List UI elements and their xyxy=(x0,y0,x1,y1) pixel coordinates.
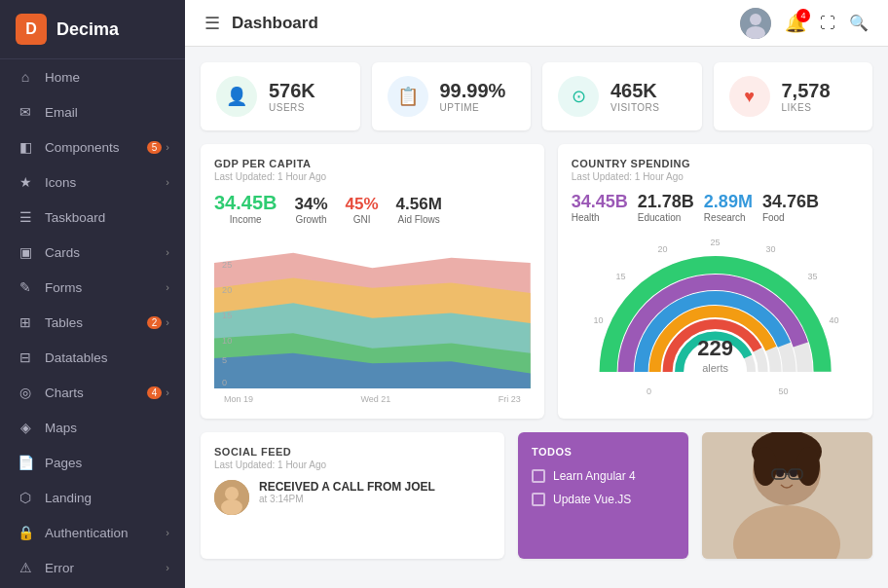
visitors-icon: ⊙ xyxy=(558,76,599,117)
likes-icon: ♥ xyxy=(729,76,770,117)
gni-label: GNI xyxy=(346,214,379,225)
likes-label: LIKES xyxy=(782,102,831,113)
users-label: USERS xyxy=(269,102,315,113)
visitors-label: VISITORS xyxy=(610,102,660,113)
gdp-aid: 4.56M Aid Flows xyxy=(396,195,442,225)
chevron-icon: › xyxy=(166,281,169,293)
social-title: SOCIAL FEED xyxy=(214,446,491,458)
svg-text:50: 50 xyxy=(778,386,788,396)
feed-item-title: RECEIVED A CALL FROM JOEL xyxy=(259,480,435,494)
research-stat: 2.89M Research xyxy=(704,192,753,223)
svg-point-36 xyxy=(776,469,784,477)
stat-likes: ♥ 7,578 LIKES xyxy=(714,62,873,130)
sidebar-label-icons: Icons xyxy=(45,175,166,190)
visitors-info: 465K VISITORS xyxy=(610,80,660,113)
sidebar-label-datatables: Datatables xyxy=(45,350,169,365)
sidebar-item-taskboard[interactable]: ☰ Taskboard xyxy=(0,200,185,235)
users-icon: 👤 xyxy=(216,76,257,117)
sidebar-item-maps[interactable]: ◈ Maps xyxy=(0,410,185,445)
charts-icon: ◎ xyxy=(16,385,35,400)
fullscreen-button[interactable]: ⛶ xyxy=(820,15,835,32)
svg-text:35: 35 xyxy=(807,272,817,281)
notification-bell[interactable]: 🔔 4 xyxy=(785,13,806,34)
uptime-label: UPTIME xyxy=(440,102,506,113)
gdp-stats: 34.45B Income 34% Growth 45% GNI 4.56M A… xyxy=(214,192,531,225)
auth-icon: 🔒 xyxy=(16,525,35,540)
sidebar-item-datatables[interactable]: ⊟ Datatables xyxy=(0,340,185,375)
components-badge: 5 xyxy=(147,141,163,154)
sidebar-label-forms: Forms xyxy=(45,280,166,295)
likes-value: 7,578 xyxy=(782,80,831,102)
svg-point-34 xyxy=(754,447,777,486)
svg-point-35 xyxy=(796,447,820,486)
edu-value: 21.78B xyxy=(638,192,694,212)
sidebar-item-charts[interactable]: ◎ Charts 4 › xyxy=(0,375,185,410)
gdp-income: 34.45B Income xyxy=(214,192,278,225)
svg-text:0: 0 xyxy=(222,378,227,387)
gdp-x-labels: Mon 19 Wed 21 Fri 23 xyxy=(214,392,531,404)
chevron-icon: › xyxy=(166,316,169,328)
user-avatar[interactable] xyxy=(740,8,771,39)
gdp-area-chart: 25 20 15 10 5 0 xyxy=(214,233,531,388)
country-stats: 34.45B Health 21.78B Education 2.89M Res… xyxy=(572,192,859,223)
sidebar-logo: D Decima xyxy=(0,0,185,59)
sidebar-item-authentication[interactable]: 🔒 Authentication › xyxy=(0,515,185,550)
sidebar-item-cards[interactable]: ▣ Cards › xyxy=(0,235,185,270)
header: ☰ Dashboard 🔔 4 ⛶ 🔍 xyxy=(185,0,888,47)
stat-users: 👤 576K USERS xyxy=(201,62,360,130)
sidebar-item-landing[interactable]: ⬡ Landing xyxy=(0,480,185,515)
aid-value: 4.56M xyxy=(396,195,442,214)
gdp-title: GDP PER CAPITA xyxy=(214,158,531,169)
chevron-icon: › xyxy=(166,141,169,153)
todo-item-0: Learn Angular 4 xyxy=(532,469,675,483)
gdp-subtitle: Last Updated: 1 Hour Ago xyxy=(214,171,531,182)
todo-label-1: Update Vue.JS xyxy=(553,493,631,506)
search-button[interactable]: 🔍 xyxy=(849,14,869,32)
gdp-growth: 34% Growth xyxy=(295,195,328,225)
sidebar-item-forms[interactable]: ✎ Forms › xyxy=(0,270,185,305)
sidebar-item-email[interactable]: ✉ Email xyxy=(0,94,185,129)
x-label-2: Fri 23 xyxy=(499,394,521,404)
chevron-icon: › xyxy=(166,246,169,258)
sidebar-item-components[interactable]: ◧ Components 5 › xyxy=(0,129,185,165)
sidebar-label-tables: Tables xyxy=(45,315,147,330)
page-title: Dashboard xyxy=(232,14,728,33)
stats-row: 👤 576K USERS 📋 99.99% UPTIME ⊙ 465K VISI… xyxy=(201,62,872,130)
gdp-chart-card: GDP PER CAPITA Last Updated: 1 Hour Ago … xyxy=(201,144,544,419)
taskboard-icon: ☰ xyxy=(16,209,35,225)
health-stat: 34.45B Health xyxy=(572,192,628,223)
pages-icon: 📄 xyxy=(16,455,35,470)
todos-card: TODOS Learn Angular 4 Update Vue.JS xyxy=(518,432,688,559)
growth-label: Growth xyxy=(295,214,328,225)
svg-text:20: 20 xyxy=(657,244,667,254)
landing-icon: ⬡ xyxy=(16,490,35,505)
radial-chart: 25 30 35 40 45 50 20 15 10 5 0 xyxy=(572,231,859,401)
svg-text:40: 40 xyxy=(829,315,838,325)
sidebar-item-icons[interactable]: ★ Icons › xyxy=(0,165,185,200)
sidebar-label-components: Components xyxy=(45,140,147,155)
sidebar-label-landing: Landing xyxy=(45,491,169,505)
education-stat: 21.78B Education xyxy=(638,192,694,223)
sidebar-item-error[interactable]: ⚠ Error › xyxy=(0,550,185,585)
food-label: Food xyxy=(762,212,819,223)
svg-text:25: 25 xyxy=(222,260,232,270)
sidebar-item-pages[interactable]: 📄 Pages xyxy=(0,445,185,480)
chevron-icon: › xyxy=(166,176,169,188)
components-icon: ◧ xyxy=(16,139,35,155)
app-name: Decima xyxy=(56,19,119,40)
users-info: 576K USERS xyxy=(269,80,315,113)
bottom-row: SOCIAL FEED Last Updated: 1 Hour Ago REC… xyxy=(201,432,872,559)
svg-point-1 xyxy=(750,14,761,25)
maps-icon: ◈ xyxy=(16,420,35,435)
menu-toggle-button[interactable]: ☰ xyxy=(204,13,220,34)
research-value: 2.89M xyxy=(704,192,753,212)
todo-checkbox-0[interactable] xyxy=(532,469,545,483)
todo-checkbox-1[interactable] xyxy=(532,493,545,506)
social-subtitle: Last Updated: 1 Hour Ago xyxy=(214,459,491,470)
gni-value: 45% xyxy=(346,195,379,214)
sidebar-item-tables[interactable]: ⊞ Tables 2 › xyxy=(0,305,185,340)
tables-badge: 2 xyxy=(147,316,163,329)
x-label-1: Wed 21 xyxy=(360,394,390,404)
chevron-icon: › xyxy=(166,386,169,398)
sidebar-item-home[interactable]: ⌂ Home xyxy=(0,59,185,94)
